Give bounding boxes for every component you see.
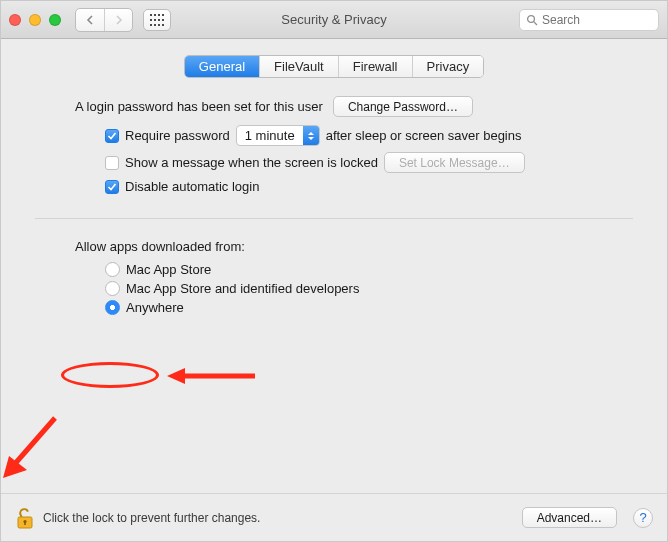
tabs: General FileVault Firewall Privacy bbox=[184, 55, 484, 78]
require-password-suffix: after sleep or screen saver begins bbox=[326, 128, 522, 143]
require-password-checkbox[interactable] bbox=[105, 129, 119, 143]
window-controls bbox=[9, 14, 61, 26]
footer: Click the lock to prevent further change… bbox=[1, 493, 667, 541]
require-password-label: Require password bbox=[125, 128, 230, 143]
svg-line-13 bbox=[534, 22, 537, 25]
radio-app-store[interactable] bbox=[105, 262, 120, 277]
allow-apps-label: Allow apps downloaded from: bbox=[75, 239, 633, 254]
radio-app-store-label: Mac App Store bbox=[126, 262, 211, 277]
require-password-delay-value: 1 minute bbox=[245, 128, 303, 143]
svg-line-16 bbox=[13, 418, 55, 466]
annotation-arrow-anywhere bbox=[167, 366, 257, 386]
back-button[interactable] bbox=[76, 9, 104, 31]
radio-identified-label: Mac App Store and identified developers bbox=[126, 281, 359, 296]
svg-rect-5 bbox=[154, 19, 156, 21]
tabs-row: General FileVault Firewall Privacy bbox=[1, 55, 667, 78]
search-field[interactable] bbox=[519, 9, 659, 31]
svg-point-12 bbox=[528, 15, 535, 22]
set-lock-message-button: Set Lock Message… bbox=[384, 152, 525, 173]
svg-rect-7 bbox=[162, 19, 164, 21]
svg-rect-1 bbox=[154, 14, 156, 16]
minimize-window-button[interactable] bbox=[29, 14, 41, 26]
svg-rect-3 bbox=[162, 14, 164, 16]
allow-apps-option-anywhere: Anywhere bbox=[105, 300, 633, 315]
nav-back-forward bbox=[75, 8, 133, 32]
forward-button[interactable] bbox=[104, 9, 132, 31]
svg-rect-9 bbox=[154, 24, 156, 26]
radio-identified[interactable] bbox=[105, 281, 120, 296]
preferences-window: Security & Privacy General FileVault Fir… bbox=[0, 0, 668, 542]
login-password-row: A login password has been set for this u… bbox=[75, 96, 633, 117]
svg-rect-11 bbox=[162, 24, 164, 26]
svg-rect-4 bbox=[150, 19, 152, 21]
zoom-window-button[interactable] bbox=[49, 14, 61, 26]
radio-anywhere[interactable] bbox=[105, 300, 120, 315]
select-stepper-icon bbox=[303, 126, 319, 145]
help-button[interactable]: ? bbox=[633, 508, 653, 528]
tab-firewall[interactable]: Firewall bbox=[338, 56, 412, 77]
svg-rect-20 bbox=[24, 522, 26, 525]
search-icon bbox=[526, 14, 538, 26]
svg-marker-15 bbox=[167, 368, 185, 384]
show-all-button[interactable] bbox=[143, 9, 171, 31]
svg-rect-10 bbox=[158, 24, 160, 26]
svg-rect-6 bbox=[158, 19, 160, 21]
titlebar: Security & Privacy bbox=[1, 1, 667, 39]
lock-hint-text: Click the lock to prevent further change… bbox=[43, 511, 260, 525]
tab-general[interactable]: General bbox=[185, 56, 259, 77]
section-divider bbox=[35, 218, 633, 219]
tab-filevault[interactable]: FileVault bbox=[259, 56, 338, 77]
disable-auto-login-checkbox[interactable] bbox=[105, 180, 119, 194]
change-password-button[interactable]: Change Password… bbox=[333, 96, 473, 117]
allow-apps-option-identified: Mac App Store and identified developers bbox=[105, 281, 633, 296]
login-password-text: A login password has been set for this u… bbox=[75, 99, 323, 114]
general-pane: A login password has been set for this u… bbox=[1, 78, 667, 493]
tab-privacy[interactable]: Privacy bbox=[412, 56, 484, 77]
show-message-label: Show a message when the screen is locked bbox=[125, 155, 378, 170]
disable-auto-login-row: Disable automatic login bbox=[105, 179, 633, 194]
svg-marker-17 bbox=[3, 456, 27, 478]
svg-rect-0 bbox=[150, 14, 152, 16]
annotation-oval-anywhere bbox=[61, 362, 159, 388]
show-message-checkbox[interactable] bbox=[105, 156, 119, 170]
close-window-button[interactable] bbox=[9, 14, 21, 26]
require-password-row: Require password 1 minute after sleep or… bbox=[105, 125, 633, 146]
advanced-button[interactable]: Advanced… bbox=[522, 507, 617, 528]
svg-rect-2 bbox=[158, 14, 160, 16]
search-input[interactable] bbox=[542, 13, 652, 27]
disable-auto-login-label: Disable automatic login bbox=[125, 179, 259, 194]
lock-icon[interactable] bbox=[15, 506, 35, 530]
show-message-row: Show a message when the screen is locked… bbox=[105, 152, 633, 173]
radio-anywhere-label: Anywhere bbox=[126, 300, 184, 315]
annotation-arrow-lock bbox=[0, 410, 73, 490]
require-password-delay-select[interactable]: 1 minute bbox=[236, 125, 320, 146]
allow-apps-option-app-store: Mac App Store bbox=[105, 262, 633, 277]
svg-rect-8 bbox=[150, 24, 152, 26]
